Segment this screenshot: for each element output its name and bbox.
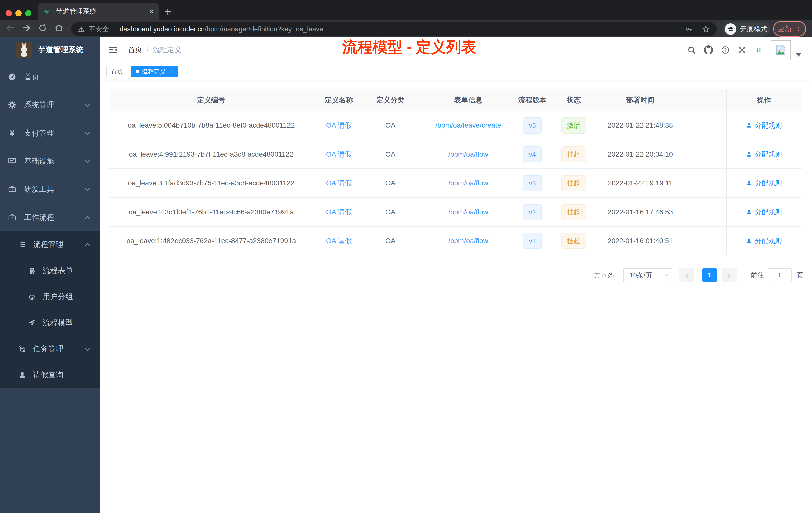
incognito-label: 无痕模式 <box>740 25 767 34</box>
assign-rule-button[interactable]: 分配规则 <box>746 150 782 159</box>
definition-id-cell: oa_leave:4:991f2193-7b7f-11ec-a3c8-acde4… <box>129 150 293 158</box>
traffic-light-zoom[interactable] <box>25 10 31 16</box>
sidebar-subitem[interactable]: 请假查询 <box>0 362 100 388</box>
form-info-link[interactable]: /bpm/oa/flow <box>448 208 488 216</box>
question-icon[interactable] <box>721 46 730 55</box>
tab-close-icon[interactable]: × <box>149 7 154 15</box>
briefcase-icon <box>7 213 17 222</box>
user-icon <box>18 371 27 379</box>
fontsize-icon[interactable] <box>754 46 763 55</box>
user-icon <box>746 238 752 244</box>
sidebar: 芋道管理系统 首页 系统管理 支付管理 <box>0 37 100 513</box>
app-title: 芋道管理系统 <box>38 45 83 55</box>
tag[interactable]: 首页 × <box>107 66 128 77</box>
deploy-time-cell: 2022-01-22 20:34:10 <box>608 150 673 158</box>
chevron-icon <box>85 101 90 107</box>
sidebar-root-menu: 首页 系统管理 支付管理 基础设施 <box>0 63 100 232</box>
avatar[interactable] <box>771 40 791 60</box>
traffic-light-close[interactable] <box>5 10 12 16</box>
traffic-light-minimize[interactable] <box>15 10 22 16</box>
star-icon[interactable] <box>701 25 710 34</box>
definition-name-link[interactable]: OA 请假 <box>326 150 352 159</box>
table-row: oa_leave:1:482ec033-762a-11ec-8477-a2380… <box>110 227 802 255</box>
breadcrumb-current: 流程定义 <box>153 45 181 55</box>
url-domain: dashboard.yudao.iocoder.cn <box>119 25 205 33</box>
form-info-link[interactable]: /bpm/oa/leave/create <box>435 121 501 129</box>
assign-rule-button[interactable]: 分配规则 <box>746 208 782 217</box>
version-badge: v2 <box>523 204 542 220</box>
bunny-avatar <box>16 42 32 58</box>
current-page-button[interactable]: 1 <box>702 268 717 282</box>
breadcrumb-home[interactable]: 首页 <box>128 45 142 55</box>
column-header: 定义名称 <box>325 95 353 105</box>
definition-name-link[interactable]: OA 请假 <box>326 207 352 217</box>
definition-category-cell: OA <box>385 179 396 187</box>
key-icon[interactable] <box>685 25 693 33</box>
tag-close-icon[interactable]: × <box>170 68 173 75</box>
prev-page-button[interactable]: ‹ <box>679 268 695 282</box>
forward-icon[interactable] <box>22 23 31 33</box>
version-badge: v4 <box>523 146 542 162</box>
user-icon <box>746 209 752 215</box>
assign-rule-button[interactable]: 分配规则 <box>746 179 782 188</box>
pagination: 共 5 条 10条/页 ‹ 1 › 前往 1 页 <box>100 268 812 282</box>
sidebar-subitem[interactable]: 任务管理 <box>0 336 100 362</box>
page-size-select[interactable]: 10条/页 <box>623 268 672 282</box>
navbar: 首页 / 流程定义 <box>100 37 812 63</box>
table-row: oa_leave:2:3c1f0ef1-76b1-11ec-9c66-a2380… <box>110 198 802 227</box>
sidebar-subitem[interactable]: 流程表单 <box>0 258 100 283</box>
search-icon[interactable] <box>687 46 696 55</box>
column-header: 操作 <box>757 95 771 105</box>
update-button[interactable]: 更新 <box>773 21 806 37</box>
user-icon <box>746 122 752 129</box>
table-header: 定义编号定义名称定义分类表单信息流程版本状态部署时间操作 <box>110 89 802 111</box>
hamburger-icon[interactable] <box>108 45 118 55</box>
browser-tab[interactable]: 芋道管理系统 × <box>38 3 160 20</box>
active-dot <box>136 70 139 73</box>
status-badge: 激活 <box>561 117 586 133</box>
form-info-link[interactable]: /bpm/oa/flow <box>448 179 488 187</box>
new-tab-button[interactable]: + <box>165 4 172 18</box>
deploy-time-cell: 2022-01-22 21:48:38 <box>608 121 673 129</box>
definition-name-link[interactable]: OA 请假 <box>326 178 352 188</box>
table-row: oa_leave:3:1fad3d93-7b75-11ec-a3c8-acde4… <box>110 169 802 198</box>
definition-category-cell: OA <box>385 121 396 129</box>
tree-icon <box>18 344 27 353</box>
tags-view-bar: 首页 × 流程定义 × <box>100 63 812 80</box>
sidebar-item[interactable]: 系统管理 <box>0 91 100 119</box>
sidebar-subitem[interactable]: 流程管理 <box>0 232 100 258</box>
goto-page-input[interactable]: 1 <box>767 268 792 282</box>
list-icon <box>18 240 27 249</box>
fullscreen-icon[interactable] <box>737 46 747 55</box>
sidebar-item[interactable]: 支付管理 <box>0 119 100 147</box>
sidebar-item[interactable]: 研发工具 <box>0 175 100 203</box>
back-icon[interactable] <box>5 23 15 33</box>
plant-icon <box>43 7 51 15</box>
caret-down-icon[interactable] <box>796 53 802 57</box>
form-info-link[interactable]: /bpm/oa/flow <box>448 237 488 245</box>
home-icon[interactable] <box>54 23 64 33</box>
dots-vertical-icon[interactable] <box>795 26 802 32</box>
form-info-link[interactable]: /bpm/oa/flow <box>448 150 488 158</box>
next-page-button[interactable]: › <box>722 268 737 282</box>
version-badge: v5 <box>523 117 542 133</box>
total-count: 共 5 条 <box>594 268 614 282</box>
definition-name-link[interactable]: OA 请假 <box>326 236 352 246</box>
sidebar-item[interactable]: 首页 <box>0 63 100 91</box>
definition-id-cell: oa_leave:3:1fad3d93-7b75-11ec-a3c8-acde4… <box>128 179 294 187</box>
assign-rule-button[interactable]: 分配规则 <box>746 121 782 130</box>
assign-rule-button[interactable]: 分配规则 <box>746 236 782 245</box>
sidebar-item[interactable]: 工作流程 <box>0 203 100 232</box>
chevron-icon <box>85 243 90 248</box>
github-icon[interactable] <box>704 46 713 55</box>
breadcrumb: 首页 / 流程定义 <box>128 37 181 63</box>
browser-nav-buttons <box>5 23 64 33</box>
chevron-icon <box>85 345 90 351</box>
sidebar-item[interactable]: 基础设施 <box>0 147 100 175</box>
url-bar[interactable]: 不安全 dashboard.yudao.iocoder.cn/bpm/manag… <box>71 22 717 36</box>
reload-icon[interactable] <box>38 23 48 33</box>
tag[interactable]: 流程定义 × <box>131 66 177 77</box>
sidebar-subitem[interactable]: 用户分组 <box>0 283 100 310</box>
sidebar-subitem[interactable]: 流程模型 <box>0 310 100 336</box>
definition-name-link[interactable]: OA 请假 <box>326 121 352 130</box>
